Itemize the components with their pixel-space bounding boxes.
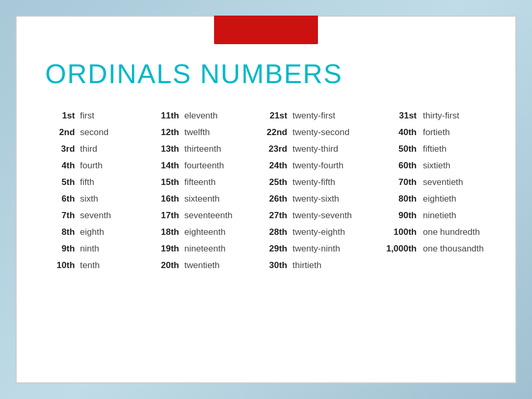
table-row: 4th fourth 14th fourteenth 24th twenty-f… xyxy=(45,157,505,174)
ordinal-word: twenty-fifth xyxy=(290,174,379,191)
ordinal-number: 17th xyxy=(150,207,182,224)
ordinal-word: ninetieth xyxy=(421,207,505,224)
page-title: ORDINALS NUMBERS xyxy=(45,58,342,89)
ordinal-number: 70th xyxy=(379,174,421,191)
ordinal-word: seventeenth xyxy=(182,207,258,224)
ordinal-number: 23rd xyxy=(258,141,290,157)
ordinal-number: 1,000th xyxy=(379,241,421,257)
ordinal-word: seventh xyxy=(78,207,150,224)
table-row: 3rd third 13th thirteenth 23rd twenty-th… xyxy=(45,141,505,157)
ordinal-word: sixth xyxy=(78,191,150,207)
ordinal-word: fiftieth xyxy=(421,141,505,157)
ordinal-number: 6th xyxy=(45,191,78,207)
red-accent-bar xyxy=(214,16,318,44)
ordinal-word: twelfth xyxy=(182,124,258,141)
ordinal-number: 31st xyxy=(379,108,421,124)
ordinal-number: 29th xyxy=(258,241,290,257)
ordinal-word: twenty-second xyxy=(290,124,379,141)
ordinal-number: 27th xyxy=(258,207,290,224)
ordinal-word: fifth xyxy=(78,174,150,191)
ordinal-word xyxy=(421,257,505,274)
ordinal-word: tenth xyxy=(78,257,150,274)
ordinal-number: 22nd xyxy=(258,124,290,141)
ordinal-number: 100th xyxy=(379,224,421,241)
ordinal-number: 26th xyxy=(258,191,290,207)
ordinal-word: seventieth xyxy=(421,174,505,191)
ordinal-number: 9th xyxy=(45,241,78,257)
ordinal-number: 3rd xyxy=(45,141,78,157)
ordinal-word: twentieth xyxy=(182,257,258,274)
ordinal-word: twenty-seventh xyxy=(290,207,379,224)
ordinal-number: 11th xyxy=(150,108,182,124)
ordinal-word: thirty-first xyxy=(421,108,505,124)
table-row: 9th ninth 19th nineteenth 29th twenty-ni… xyxy=(45,241,505,257)
ordinal-number: 25th xyxy=(258,174,290,191)
ordinal-word: twenty-first xyxy=(290,108,379,124)
ordinal-number: 30th xyxy=(258,257,290,274)
table-row: 10th tenth 20th twentieth 30th thirtieth xyxy=(45,257,505,274)
ordinal-word: third xyxy=(78,141,150,157)
ordinal-word: fortieth xyxy=(421,124,505,141)
ordinal-number: 19th xyxy=(150,241,182,257)
ordinal-word: sixtieth xyxy=(421,157,505,174)
ordinal-word: fourth xyxy=(78,157,150,174)
ordinal-number: 10th xyxy=(45,257,78,274)
ordinal-number xyxy=(379,257,421,274)
ordinal-number: 20th xyxy=(150,257,182,274)
ordinal-word: twenty-ninth xyxy=(290,241,379,257)
ordinal-word: fourteenth xyxy=(182,157,258,174)
ordinal-word: twenty-fourth xyxy=(290,157,379,174)
ordinal-number: 2nd xyxy=(45,124,78,141)
table-row: 1st first 11th eleventh 21st twenty-firs… xyxy=(45,108,505,124)
ordinals-table: 1st first 11th eleventh 21st twenty-firs… xyxy=(45,108,505,274)
ordinal-number: 7th xyxy=(45,207,78,224)
ordinal-number: 15th xyxy=(150,174,182,191)
table-row: 7th seventh 17th seventeenth 27th twenty… xyxy=(45,207,505,224)
ordinal-word: sixteenth xyxy=(182,191,258,207)
ordinal-word: one thousandth xyxy=(421,241,505,257)
ordinal-word: first xyxy=(78,108,150,124)
ordinal-word: twenty-eighth xyxy=(290,224,379,241)
ordinal-number: 5th xyxy=(45,174,78,191)
ordinal-number: 12th xyxy=(150,124,182,141)
main-card: ORDINALS NUMBERS 1st first 11th eleventh… xyxy=(16,16,516,383)
ordinal-number: 40th xyxy=(379,124,421,141)
ordinal-number: 21st xyxy=(258,108,290,124)
ordinal-word: thirtieth xyxy=(290,257,379,274)
ordinal-word: fifteenth xyxy=(182,174,258,191)
ordinal-number: 18th xyxy=(150,224,182,241)
ordinal-word: nineteenth xyxy=(182,241,258,257)
content-area: 1st first 11th eleventh 21st twenty-firs… xyxy=(45,108,505,377)
table-row: 5th fifth 15th fifteenth 25th twenty-fif… xyxy=(45,174,505,191)
ordinal-number: 90th xyxy=(379,207,421,224)
ordinal-word: eighteenth xyxy=(182,224,258,241)
ordinal-number: 28th xyxy=(258,224,290,241)
ordinal-word: twenty-third xyxy=(290,141,379,157)
ordinal-word: one hundredth xyxy=(421,224,505,241)
ordinal-number: 80th xyxy=(379,191,421,207)
ordinal-number: 8th xyxy=(45,224,78,241)
ordinal-number: 16th xyxy=(150,191,182,207)
ordinal-word: thirteenth xyxy=(182,141,258,157)
ordinal-word: eleventh xyxy=(182,108,258,124)
ordinal-number: 13th xyxy=(150,141,182,157)
ordinal-number: 24th xyxy=(258,157,290,174)
table-row: 8th eighth 18th eighteenth 28th twenty-e… xyxy=(45,224,505,241)
ordinal-number: 1st xyxy=(45,108,78,124)
ordinal-word: ninth xyxy=(78,241,150,257)
ordinal-number: 60th xyxy=(379,157,421,174)
ordinal-number: 4th xyxy=(45,157,78,174)
table-row: 6th sixth 16th sixteenth 26th twenty-six… xyxy=(45,191,505,207)
ordinal-word: second xyxy=(78,124,150,141)
ordinal-word: twenty-sixth xyxy=(290,191,379,207)
table-row: 2nd second 12th twelfth 22nd twenty-seco… xyxy=(45,124,505,141)
ordinal-word: eighth xyxy=(78,224,150,241)
ordinal-word: eightieth xyxy=(421,191,505,207)
ordinal-number: 50th xyxy=(379,141,421,157)
ordinal-number: 14th xyxy=(150,157,182,174)
